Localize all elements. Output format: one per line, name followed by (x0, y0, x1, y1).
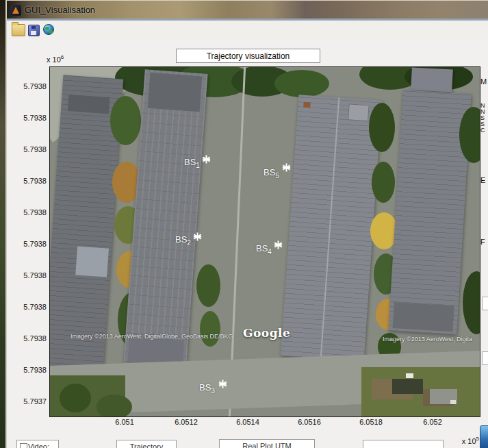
map-trees (97, 395, 132, 416)
y-tick-label: 5.7938 (7, 208, 47, 216)
x-tick-label: 6.0514 (226, 418, 270, 426)
map-trees (196, 264, 220, 307)
globe-icon[interactable] (43, 24, 54, 35)
map-car (450, 400, 456, 404)
map-trees (110, 96, 141, 145)
bs3-marker-label: BS3 (199, 382, 215, 395)
trajectory-control[interactable]: Trajectory (116, 440, 177, 448)
satellite-map: BS1 BS5 BS2 BS4 BS3 Imagery ©2013 AeroWe… (50, 67, 480, 416)
video-checkbox[interactable] (20, 443, 27, 448)
bs5-marker-label: BS5 (264, 167, 279, 179)
imagery-attribution-right: Imagery ©2013 AeroWest, Digita (383, 336, 480, 343)
map-trees (463, 271, 480, 334)
y-tick-label: 5.7938 (7, 177, 47, 185)
map-building-3 (281, 95, 382, 362)
google-watermark: Google (243, 326, 290, 340)
bs5-marker-icon (282, 163, 291, 172)
bs1-marker-label: BS1 (184, 157, 200, 169)
plot-title: Trajectory visualization (176, 49, 320, 63)
app-window: GUI_Visualisation Trajectory visualizati… (5, 0, 488, 448)
right-panel-fragment: E (480, 176, 488, 184)
x-tick-label: 6.0516 (287, 418, 331, 426)
right-edge-field[interactable] (482, 297, 488, 310)
map-trees (369, 103, 395, 152)
y-tick-label: 5.7938 (7, 303, 47, 311)
video-checkbox-group[interactable]: Video: (16, 440, 59, 448)
bs2-marker-label: BS2 (175, 234, 191, 247)
y-tick-label: 5.7938 (7, 82, 47, 90)
map-structure (392, 379, 423, 394)
map-car (406, 373, 413, 378)
matlab-app-icon (10, 5, 21, 16)
window-titlebar[interactable]: GUI_Visualisation (7, 0, 488, 21)
bs4-marker-icon (274, 240, 283, 249)
desktop-background-strip (0, 0, 5, 448)
x-tick-label: 6.051 (103, 418, 146, 426)
plot-axes: BS1 BS5 BS2 BS4 BS3 Imagery ©2013 AeroWe… (49, 66, 480, 417)
right-edge-field[interactable] (482, 351, 488, 365)
imagery-attribution-left: Imagery ©2013 AeroWest, DigitalGlobe, Ge… (70, 333, 233, 340)
map-trees (200, 311, 220, 347)
bs1-marker-icon (202, 155, 211, 164)
toolbar (7, 21, 488, 39)
y-tick-label: 5.7938 (7, 114, 47, 122)
figure-canvas: Trajectory visualization x 106 5.7938 5.… (7, 39, 488, 448)
map-trees (274, 70, 329, 97)
x-tick-label: 6.0512 (164, 418, 208, 426)
map-building-4 (388, 90, 471, 334)
background-window-fragment (480, 425, 488, 448)
window-title: GUI_Visualisation (25, 5, 95, 15)
y-tick-label: 5.7938 (7, 334, 47, 343)
x-tick-label: 6.052 (411, 418, 454, 426)
save-icon[interactable] (28, 25, 40, 36)
right-panel-fragment: C (480, 127, 488, 134)
right-panel-fragment: M (480, 77, 488, 86)
y-tick-label: 5.7938 (7, 366, 47, 374)
y-tick-label: 5.7938 (7, 145, 47, 153)
map-trees (60, 384, 91, 412)
map-trees (372, 162, 395, 203)
bs2-marker-icon (193, 232, 202, 241)
y-axis-exponent: x 106 (47, 54, 64, 64)
open-folder-icon[interactable] (12, 24, 25, 36)
video-label: Video: (28, 443, 49, 448)
right-panel-fragment: F (480, 238, 488, 246)
map-roof-small (411, 67, 453, 92)
bottom-empty-field[interactable] (363, 440, 444, 448)
y-tick-label: 5.7937 (7, 397, 47, 406)
y-tick-label: 5.7938 (7, 271, 47, 279)
y-tick-label: 5.7938 (7, 240, 47, 248)
plot-mode-control[interactable]: Real Plot UTM (219, 439, 315, 448)
x-tick-label: 6.0518 (349, 418, 393, 426)
bs4-marker-label: BS4 (256, 243, 272, 256)
bs3-marker-icon (218, 379, 227, 388)
